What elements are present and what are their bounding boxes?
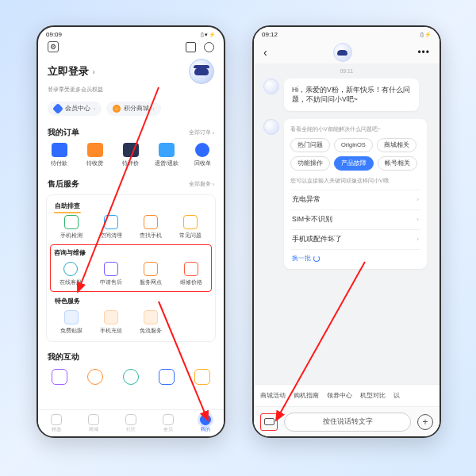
suggest-item[interactable]: 领券中心 xyxy=(327,391,352,400)
login-row[interactable]: 立即登录 › xyxy=(38,52,224,86)
bot-avatar[interactable] xyxy=(333,43,352,62)
chevron-right-icon: › xyxy=(213,130,214,136)
chip-wrap: 热门问题 OriginOS 商城相关 功能操作 产品故障 帐号相关 xyxy=(290,138,420,171)
recharge-icon xyxy=(104,310,118,324)
orders-row: 待付款 待收货 待评价 退货/退款 回收单 xyxy=(38,140,224,172)
quick-pills: 会员中心› 积分商城› xyxy=(38,97,224,121)
self-check-title: 自助排查 xyxy=(52,200,83,212)
suggest-item[interactable]: 以 xyxy=(393,391,400,400)
wallet-icon xyxy=(52,143,67,157)
order-recycle[interactable]: 回收单 xyxy=(186,143,219,167)
section-title: 我的互动 xyxy=(48,351,79,363)
left-phone: 09:09 ▯▾⚡ ⚙ 立即登录 › 登录享受更多会员权益 会员中心› 积分商城… xyxy=(36,25,225,438)
tab-shop[interactable]: 商城 xyxy=(88,414,99,433)
interact-item[interactable] xyxy=(52,369,67,385)
coin-icon xyxy=(113,105,121,113)
question-icon xyxy=(183,215,198,229)
chip-product-fault[interactable]: 产品故障 xyxy=(334,156,374,171)
search-icon[interactable] xyxy=(204,42,214,52)
input-row: 按住说话转文字 + xyxy=(254,406,440,436)
faq[interactable]: 常见问题 xyxy=(173,215,208,240)
chip-mall[interactable]: 商城相关 xyxy=(377,138,416,152)
repair-price[interactable]: 维修价格 xyxy=(174,262,209,286)
back-button[interactable]: ‹ xyxy=(263,46,267,59)
locate-icon xyxy=(144,215,158,229)
suggest-item[interactable]: 商城活动 xyxy=(260,391,286,400)
keyboard-toggle[interactable] xyxy=(260,413,278,431)
quick-sim[interactable]: SIM卡不识别› xyxy=(290,209,420,229)
interact-item[interactable] xyxy=(194,369,210,385)
interact-row xyxy=(38,364,224,386)
diamond-icon xyxy=(52,103,63,114)
person-icon xyxy=(200,414,211,425)
shop-icon xyxy=(144,262,158,276)
member-center-pill[interactable]: 会员中心› xyxy=(48,102,102,116)
recycle-icon xyxy=(195,143,209,157)
status-bar: 09:09 ▯▾⚡ xyxy=(38,27,224,40)
card-hint: 看看全能的小V都能解决什么问题吧~ xyxy=(290,125,420,133)
plus-button[interactable]: + xyxy=(417,414,433,430)
order-pending-receive[interactable]: 待收货 xyxy=(79,143,111,167)
cart-icon[interactable] xyxy=(186,42,196,52)
tab-featured[interactable]: 精选 xyxy=(51,414,62,433)
settings-icon[interactable]: ⚙ xyxy=(48,41,59,52)
more-icon[interactable]: ••• xyxy=(417,47,430,58)
after-card: 自助排查 手机检测 空间清理 查找手机 常见问题 咨询与维修 在线客服 申请售后… xyxy=(46,194,216,342)
headset-icon xyxy=(63,262,78,276)
message-time: 09:11 xyxy=(254,63,440,77)
order-pending-pay[interactable]: 待付款 xyxy=(43,143,75,167)
phone-check[interactable]: 手机检测 xyxy=(54,215,89,240)
suggest-item[interactable]: 购机指南 xyxy=(294,391,319,400)
chip-account[interactable]: 帐号相关 xyxy=(378,156,417,171)
quick-charge[interactable]: 充电异常› xyxy=(290,190,420,209)
tab-member[interactable]: 会员 xyxy=(163,414,174,433)
card-row: 看看全能的小V都能解决什么问题吧~ 热门问题 OriginOS 商城相关 功能操… xyxy=(254,117,440,275)
online-service[interactable]: 在线客服 xyxy=(53,262,88,286)
chat-icon xyxy=(123,143,139,157)
order-pending-review[interactable]: 待评价 xyxy=(115,143,148,167)
bot-avatar-small xyxy=(263,79,279,94)
chip-function[interactable]: 功能操作 xyxy=(290,156,330,171)
chip-hot[interactable]: 热门问题 xyxy=(290,138,330,152)
orders-more[interactable]: 全部订单› xyxy=(189,129,214,136)
free-data[interactable]: 免流服务 xyxy=(133,310,168,335)
login-title: 立即登录 xyxy=(48,65,89,77)
quick-broken[interactable]: 手机或配件坏了› xyxy=(290,229,420,249)
heart-icon xyxy=(51,414,62,425)
repair-row: 在线客服 申请售后 服务网点 维修价格 xyxy=(51,259,211,291)
box-icon xyxy=(87,143,103,157)
interact-item[interactable] xyxy=(87,369,103,385)
chip-originos[interactable]: OriginOS xyxy=(334,138,373,152)
avatar[interactable] xyxy=(189,59,214,84)
service-point[interactable]: 服务网点 xyxy=(133,262,168,286)
voice-input[interactable]: 按住说话转文字 xyxy=(284,413,411,432)
repair-title: 咨询与维修 xyxy=(51,247,89,259)
phone-recharge[interactable]: 手机充值 xyxy=(94,310,129,335)
suggest-item[interactable]: 机型对比 xyxy=(360,391,386,400)
after-more[interactable]: 全部服务› xyxy=(189,180,214,188)
interact-item[interactable] xyxy=(159,369,175,385)
pill-label: 积分商城 xyxy=(124,105,149,113)
refresh-icon xyxy=(313,255,320,262)
tab-mine[interactable]: 我的 xyxy=(200,414,211,433)
chevron-right-icon: › xyxy=(152,106,154,112)
free-film[interactable]: 免费贴膜 xyxy=(54,310,89,335)
points-mall-pill[interactable]: 积分商城› xyxy=(106,102,160,116)
interact-head: 我的互动 xyxy=(38,345,224,364)
order-refund[interactable]: 退货/退款 xyxy=(151,143,183,167)
find-phone[interactable]: 查找手机 xyxy=(133,215,168,240)
phone-icon xyxy=(64,215,79,229)
tab-community[interactable]: 社区 xyxy=(125,414,136,433)
form-icon xyxy=(104,262,118,276)
refund-icon xyxy=(159,143,175,157)
apply-after-sale[interactable]: 申请售后 xyxy=(94,262,129,286)
interact-item[interactable] xyxy=(123,369,139,385)
greeting-row: Hi，亲爱的V粉，新年快乐！有什么问题，不妨问问小V吧~ xyxy=(254,77,440,117)
login-subtitle: 登录享受更多会员权益 xyxy=(38,86,224,97)
left-header: ⚙ xyxy=(38,40,224,52)
right-phone: 09:12 ▯⚡ ‹ ••• 09:11 Hi，亲爱的V粉，新年快乐！有什么问题… xyxy=(252,25,441,438)
refresh-batch[interactable]: 换一批 xyxy=(290,249,420,263)
space-clean[interactable]: 空间清理 xyxy=(94,215,129,240)
chevron-right-icon: › xyxy=(93,67,95,76)
suggestion-row: 商城活动 购机指南 领券中心 机型对比 以 xyxy=(254,384,440,406)
